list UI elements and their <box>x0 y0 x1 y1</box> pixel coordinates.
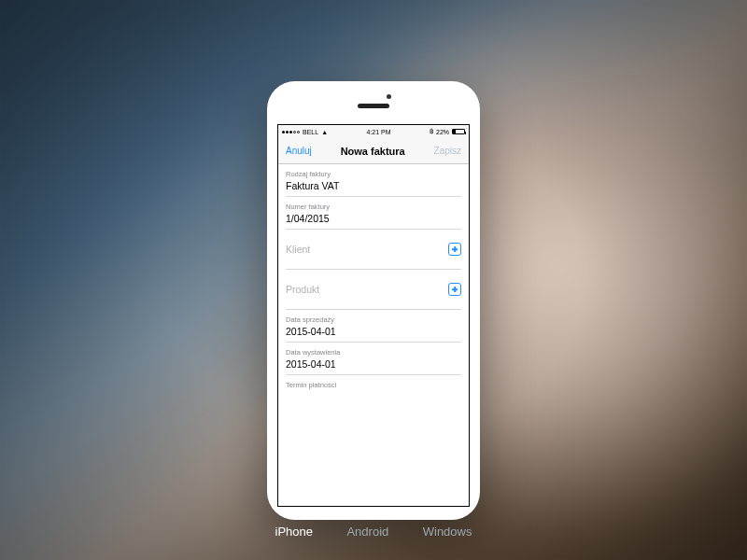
signal-strength-icon <box>282 131 300 133</box>
tab-iphone[interactable]: iPhone <box>275 525 313 539</box>
cancel-button[interactable]: Anuluj <box>286 146 312 156</box>
phone-earpiece <box>358 104 389 108</box>
page-title: Nowa faktura <box>341 146 405 157</box>
row-add-product[interactable]: Produkt <box>286 270 461 310</box>
label-issue-date: Data wystawienia <box>286 348 461 357</box>
value-sale-date: 2015-04-01 <box>286 326 461 337</box>
tab-windows[interactable]: Windows <box>423 525 472 539</box>
save-button[interactable]: Zapisz <box>434 146 461 156</box>
platform-tabs: iPhone Android Windows <box>0 523 747 539</box>
plus-icon[interactable] <box>448 283 461 296</box>
value-issue-date: 2015-04-01 <box>286 358 461 370</box>
row-issue-date[interactable]: Data wystawienia 2015-04-01 <box>286 343 461 375</box>
plus-icon[interactable] <box>448 243 461 256</box>
battery-icon <box>452 129 465 134</box>
status-time: 4:21 PM <box>366 129 390 135</box>
value-invoice-number: 1/04/2015 <box>286 213 461 224</box>
row-payment-due[interactable]: Termin płatności <box>286 375 461 395</box>
bluetooth-icon: ฿ <box>430 128 433 135</box>
navigation-bar: Anuluj Nowa faktura Zapisz <box>278 138 469 164</box>
label-payment-due: Termin płatności <box>286 381 461 389</box>
row-invoice-type[interactable]: Rodzaj faktury Faktura VAT <box>286 164 461 197</box>
carrier-label: BELL <box>303 129 318 135</box>
wifi-icon: ▲ <box>321 129 328 135</box>
invoice-form: Rodzaj faktury Faktura VAT Numer faktury… <box>278 164 469 506</box>
phone-sensor-dot <box>387 94 391 99</box>
row-invoice-number[interactable]: Numer faktury 1/04/2015 <box>286 197 461 230</box>
phone-frame: BELL ▲ 4:21 PM ฿ 22% Anuluj Nowa faktura… <box>267 81 480 520</box>
tab-android[interactable]: Android <box>346 525 388 539</box>
label-client: Klient <box>286 244 310 255</box>
label-invoice-number: Numer faktury <box>286 203 461 211</box>
label-sale-date: Data sprzedaży <box>286 315 461 324</box>
row-add-client[interactable]: Klient <box>286 230 461 270</box>
label-product: Produkt <box>286 284 319 295</box>
phone-screen: BELL ▲ 4:21 PM ฿ 22% Anuluj Nowa faktura… <box>277 124 470 507</box>
battery-pct: 22% <box>436 129 449 135</box>
value-invoice-type: Faktura VAT <box>286 180 461 191</box>
label-invoice-type: Rodzaj faktury <box>286 170 461 178</box>
row-sale-date[interactable]: Data sprzedaży 2015-04-01 <box>286 310 461 343</box>
ios-status-bar: BELL ▲ 4:21 PM ฿ 22% <box>278 125 469 138</box>
